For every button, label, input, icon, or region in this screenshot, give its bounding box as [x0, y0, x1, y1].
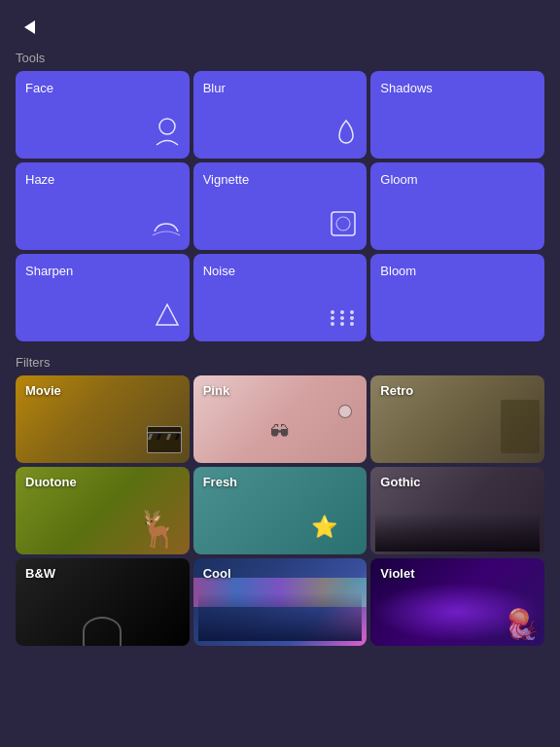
sharpen-icon	[155, 302, 180, 332]
tool-card-blur[interactable]: Blur	[193, 71, 368, 159]
blur-icon	[335, 119, 357, 149]
svg-point-6	[331, 316, 334, 320]
filter-card-retro[interactable]: Retro	[370, 375, 544, 463]
svg-point-11	[350, 322, 354, 326]
filter-card-cool[interactable]: Cool	[193, 558, 368, 646]
svg-point-8	[350, 316, 354, 320]
noise-icon	[328, 307, 357, 332]
filter-label-pink: Pink	[203, 383, 229, 398]
tunnel-icon	[83, 617, 122, 646]
back-arrow-icon	[24, 20, 35, 34]
tool-label-sharpen: Sharpen	[25, 264, 73, 278]
tool-card-sharpen[interactable]: Sharpen	[16, 254, 190, 341]
tool-card-bloom[interactable]: Bloom	[370, 254, 544, 341]
filter-card-pink[interactable]: 🕶 Pink	[193, 375, 368, 463]
vignette-icon	[330, 210, 357, 240]
tool-card-face[interactable]: Face	[16, 71, 190, 159]
gothic-people-shape	[375, 513, 540, 551]
svg-point-5	[350, 310, 354, 314]
tool-label-noise: Noise	[203, 264, 235, 278]
tools-section-label: Tools	[0, 47, 560, 71]
filter-label-bw: B&W	[25, 566, 55, 581]
filter-label-movie: Movie	[25, 383, 61, 398]
filter-card-movie[interactable]: Movie	[16, 375, 190, 463]
filter-card-duotone[interactable]: 🦌 Duotone	[16, 467, 190, 554]
haze-icon	[153, 218, 180, 240]
filter-label-gothic: Gothic	[380, 475, 420, 489]
tool-card-noise[interactable]: Noise	[193, 254, 368, 341]
tool-label-bloom: Bloom	[380, 264, 416, 278]
tools-grid: Face Blur Shadows Haze	[0, 71, 560, 341]
svg-point-10	[340, 322, 344, 326]
filters-grid: Movie 🕶 Pink Retro 🦌 Duotone ⭐ Fresh	[0, 375, 560, 646]
tool-card-vignette[interactable]: Vignette	[193, 162, 368, 250]
filter-label-duotone: Duotone	[25, 475, 77, 489]
tool-card-gloom[interactable]: Gloom	[370, 162, 544, 250]
filter-label-cool: Cool	[203, 566, 231, 581]
svg-point-7	[340, 316, 344, 320]
tool-label-blur: Blur	[203, 81, 226, 95]
filter-card-bw[interactable]: B&W	[16, 558, 190, 646]
back-button[interactable]	[16, 14, 43, 41]
tool-label-vignette: Vignette	[203, 172, 249, 187]
svg-point-9	[331, 322, 334, 326]
svg-point-4	[340, 310, 344, 314]
header	[0, 0, 560, 47]
tool-label-haze: Haze	[25, 172, 54, 187]
filters-section: Filters Movie 🕶 Pink	[0, 351, 560, 646]
face-icon	[155, 117, 180, 149]
star-icon: ⭐	[311, 515, 337, 540]
filter-label-retro: Retro	[380, 383, 413, 398]
clapperboard-icon	[147, 426, 182, 453]
filter-card-fresh[interactable]: ⭐ Fresh	[193, 467, 368, 554]
filter-label-fresh: Fresh	[203, 475, 237, 489]
filters-section-label: Filters	[0, 351, 560, 375]
tool-label-gloom: Gloom	[380, 172, 417, 187]
tool-label-face: Face	[25, 81, 53, 95]
svg-point-3	[331, 310, 334, 314]
svg-rect-1	[332, 212, 355, 235]
tool-card-haze[interactable]: Haze	[16, 162, 190, 250]
filter-card-violet[interactable]: 🪼 Violet	[370, 558, 544, 646]
filter-label-violet: Violet	[380, 566, 414, 581]
tool-card-shadows[interactable]: Shadows	[370, 71, 544, 159]
svg-point-2	[336, 217, 350, 231]
filter-card-gothic[interactable]: Gothic	[370, 467, 544, 554]
crowd-shape	[198, 592, 363, 641]
jellyfish-icon: 🪼	[504, 607, 540, 641]
svg-point-0	[159, 119, 175, 134]
tool-label-shadows: Shadows	[380, 81, 432, 95]
deer-icon: 🦌	[136, 509, 180, 550]
retro-building-shape	[501, 400, 540, 453]
sunglasses-icon: 🕶	[270, 421, 290, 444]
